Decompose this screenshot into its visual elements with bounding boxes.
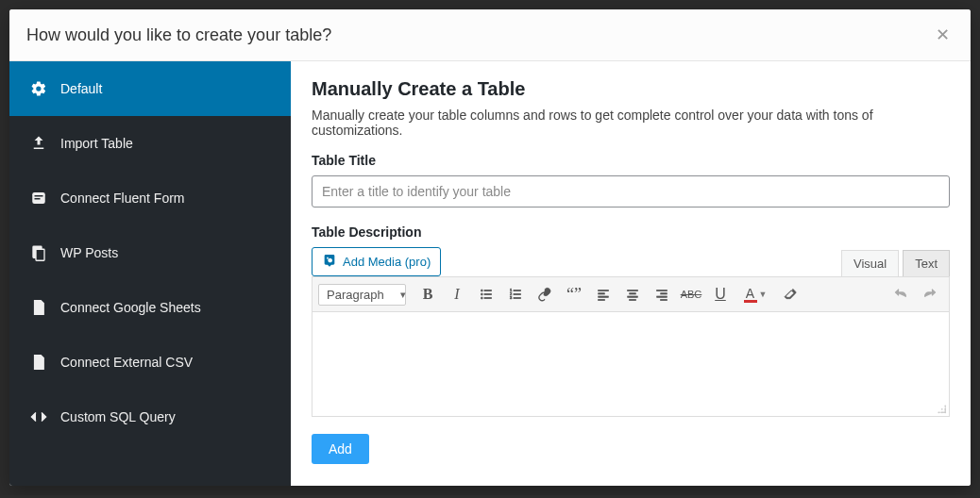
modal-title: How would you like to create your table? [26, 25, 331, 45]
svg-rect-14 [484, 290, 491, 290]
sheets-icon [30, 299, 47, 316]
svg-rect-20 [514, 290, 520, 290]
modal-header: How would you like to create your table?… [9, 9, 971, 61]
undo-icon [893, 287, 908, 302]
sidebar-item-sql[interactable]: Custom SQL Query [9, 390, 291, 444]
bold-icon: B [423, 286, 433, 303]
tab-visual[interactable]: Visual [841, 250, 899, 276]
svg-point-38 [938, 411, 939, 413]
form-icon [30, 190, 47, 207]
sidebar-item-label: Connect Google Sheets [60, 300, 201, 315]
table-description-label: Table Description [312, 224, 950, 240]
svg-rect-25 [599, 296, 609, 297]
gear-icon [30, 80, 47, 97]
quote-icon: “” [566, 286, 582, 303]
svg-rect-33 [657, 296, 667, 297]
sidebar-item-default[interactable]: Default [9, 61, 291, 116]
svg-point-37 [944, 408, 946, 410]
sidebar-item-label: Default [60, 81, 102, 96]
editor-toolbar: Paragraph B I 123 [313, 277, 949, 312]
editor-tabs: Visual Text [837, 250, 950, 276]
svg-point-39 [944, 405, 946, 407]
link-icon [537, 287, 552, 302]
quote-button[interactable]: “” [561, 281, 587, 307]
link-button[interactable] [532, 281, 558, 307]
svg-point-36 [941, 411, 943, 413]
svg-point-12 [481, 293, 482, 295]
sidebar-item-label: Import Table [60, 136, 133, 151]
redo-icon [922, 287, 938, 302]
add-media-label: Add Media (pro) [343, 255, 431, 269]
align-left-button[interactable] [590, 281, 617, 307]
sidebar-item-label: Connect External CSV [60, 355, 193, 370]
posts-icon [30, 244, 47, 261]
eraser-icon [783, 287, 798, 302]
sidebar-item-label: Connect Fluent Form [60, 191, 185, 206]
text-color-icon: A [744, 287, 757, 303]
bold-button[interactable]: B [414, 281, 441, 307]
svg-rect-30 [630, 299, 636, 300]
strikethrough-button[interactable]: ABC [678, 281, 704, 307]
svg-point-40 [941, 408, 943, 410]
sidebar-item-wp-posts[interactable]: WP Posts [9, 225, 291, 280]
tab-text[interactable]: Text [903, 250, 950, 276]
align-right-icon [654, 287, 669, 302]
svg-rect-22 [514, 297, 520, 298]
main-heading: Manually Create a Table [312, 78, 950, 100]
align-center-button[interactable] [619, 281, 646, 307]
svg-rect-32 [661, 293, 667, 294]
clear-format-button[interactable] [777, 281, 803, 307]
align-right-button[interactable] [649, 281, 675, 307]
main-description: Manually create your table columns and r… [312, 108, 950, 138]
number-list-button[interactable]: 123 [502, 281, 529, 307]
media-icon [322, 253, 337, 271]
modal-body: Default Import Table Connect Fluent Form… [9, 61, 971, 486]
underline-button[interactable]: U [707, 281, 734, 307]
svg-rect-24 [599, 293, 605, 294]
underline-icon: U [715, 286, 726, 303]
sidebar-item-external-csv[interactable]: Connect External CSV [9, 335, 291, 390]
italic-button[interactable]: I [444, 281, 470, 307]
svg-text:3: 3 [510, 295, 513, 300]
svg-rect-21 [514, 293, 520, 294]
redo-button[interactable] [917, 281, 943, 307]
add-button[interactable]: Add [312, 434, 369, 464]
table-title-input[interactable] [312, 175, 950, 208]
create-table-modal: How would you like to create your table?… [9, 9, 971, 486]
svg-rect-31 [657, 290, 667, 290]
svg-rect-2 [35, 198, 41, 200]
text-color-button[interactable]: A ▼ [736, 281, 774, 307]
italic-icon: I [454, 286, 459, 303]
svg-rect-1 [35, 195, 43, 197]
sidebar-item-label: Custom SQL Query [60, 409, 176, 424]
align-center-icon [625, 287, 640, 302]
svg-rect-27 [628, 290, 638, 290]
close-icon: ✕ [936, 25, 950, 44]
sidebar-item-fluent-form[interactable]: Connect Fluent Form [9, 171, 291, 225]
sidebar-item-label: WP Posts [60, 245, 118, 260]
svg-rect-28 [630, 293, 636, 294]
svg-point-13 [481, 297, 482, 299]
sidebar-item-google-sheets[interactable]: Connect Google Sheets [9, 280, 291, 335]
svg-rect-34 [661, 299, 667, 300]
sidebar-item-import[interactable]: Import Table [9, 116, 291, 171]
format-select[interactable]: Paragraph [318, 284, 406, 306]
svg-rect-4 [36, 249, 44, 260]
resize-handle[interactable] [934, 401, 947, 414]
svg-rect-29 [628, 296, 638, 297]
main-panel: Manually Create a Table Manually create … [291, 61, 971, 486]
bullet-list-button[interactable] [473, 281, 499, 307]
svg-point-11 [481, 290, 482, 291]
add-media-button[interactable]: Add Media (pro) [312, 247, 441, 276]
svg-rect-23 [599, 290, 609, 290]
align-left-icon [596, 287, 611, 302]
undo-button[interactable] [887, 281, 914, 307]
close-button[interactable]: ✕ [932, 23, 954, 47]
svg-rect-15 [484, 293, 491, 294]
code-icon [30, 408, 47, 425]
svg-point-35 [944, 411, 946, 413]
svg-rect-16 [484, 297, 491, 298]
editor-content-area[interactable] [313, 312, 949, 416]
rich-text-editor: Paragraph B I 123 [312, 276, 950, 417]
sidebar: Default Import Table Connect Fluent Form… [9, 61, 291, 486]
